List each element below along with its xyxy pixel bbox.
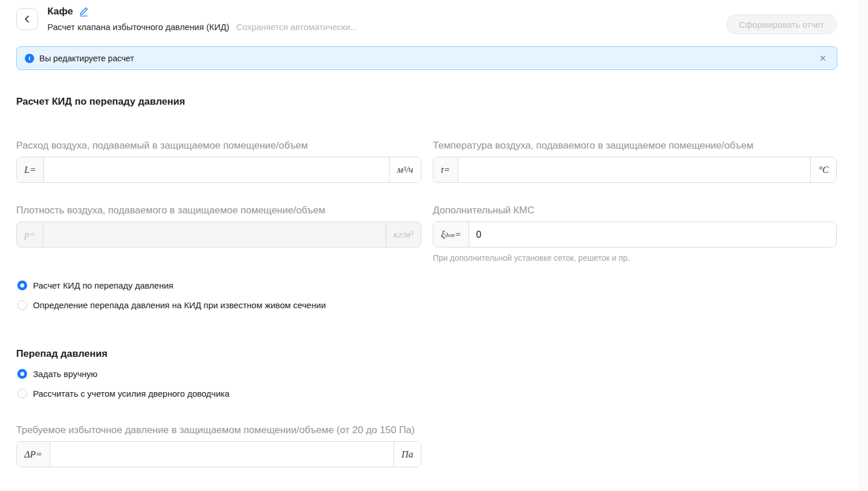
autosave-status: Сохраняется автоматически... [236,22,358,32]
required-pressure-prefix: ΔP= [17,442,50,467]
extra-kms-label: Дополнительный КМС [433,203,837,218]
air-density-input [43,222,385,247]
radio-selected-icon[interactable] [17,280,27,290]
back-button[interactable] [16,8,38,30]
air-density-prefix: p= [17,222,43,247]
page-title: Кафе [47,6,73,17]
required-pressure-input-group: ΔP= Па [16,441,421,467]
radio-unselected-icon[interactable] [17,389,27,398]
air-flow-label: Расход воздуха, подаваемый в защищаемое … [16,138,421,153]
edit-mode-banner: i Вы редактируете расчет ✕ [16,46,837,70]
info-circle-icon: i [25,54,34,63]
scrollbar[interactable] [859,0,868,491]
radio-label: Определение перепада давления на КИД при… [33,300,326,310]
close-icon[interactable]: ✕ [817,51,829,65]
air-flow-field: Расход воздуха, подаваемый в защищаемое … [16,138,421,183]
air-flow-input[interactable] [44,157,389,182]
extra-kms-input[interactable] [469,222,836,247]
calc-page: Кафе Расчет клапана избыточного давления… [0,0,868,491]
air-temp-prefix: t= [433,157,458,182]
air-density-unit: кг/м³ [385,222,421,247]
chevron-left-icon [23,14,32,24]
extra-kms-hint: При дополнительной установке сеток, реше… [433,253,837,263]
edit-title-button[interactable] [79,7,88,17]
required-pressure-input[interactable] [50,442,394,467]
subtitle-row: Расчет клапана избыточного давления (КИД… [47,22,357,32]
required-pressure-unit: Па [394,442,421,467]
radio-mode-door-closer[interactable]: Рассчитать с учетом усилия дверного дово… [17,389,229,398]
banner-text: Вы редактируете расчет [39,54,817,63]
radio-method-known-section[interactable]: Определение перепада давления на КИД при… [17,300,326,310]
air-temp-input[interactable] [458,157,811,182]
calc-section-heading: Расчет КИД по перепаду давления [16,96,185,108]
air-temp-input-group: t= °C [433,157,837,183]
air-temp-label: Температура воздуха, подаваемого в защищ… [433,138,837,153]
air-density-input-group: p= кг/м³ [16,221,421,248]
radio-method-pressure-drop[interactable]: Расчет КИД по перепаду давления [17,280,173,290]
radio-label: Расчет КИД по перепаду давления [33,280,173,290]
radio-mode-manual[interactable]: Задать вручную [17,369,98,379]
required-pressure-label: Требуемое избыточное давление в защищаем… [16,423,421,438]
radio-unselected-icon[interactable] [17,300,27,310]
pressure-section-heading: Перепад давления [16,348,107,360]
air-density-label: Плотность воздуха, подаваемого в защищае… [16,203,421,218]
required-pressure-field: Требуемое избыточное давление в защищаем… [16,423,421,467]
air-density-field: Плотность воздуха, подаваемого в защищае… [16,203,421,248]
radio-label: Задать вручную [33,369,98,379]
air-flow-prefix: L= [17,157,44,182]
title-row: Кафе [47,6,88,17]
generate-report-button[interactable]: Сформировать отчет [726,14,837,34]
extra-kms-prefix: ξдоп= [433,222,469,247]
air-flow-input-group: L= м³/ч [16,157,421,183]
extra-kms-input-group: ξдоп= [433,221,837,248]
air-flow-unit: м³/ч [389,157,421,182]
radio-label: Рассчитать с учетом усилия дверного дово… [33,389,229,398]
calc-type-subtitle: Расчет клапана избыточного давления (КИД… [47,22,229,32]
air-temp-unit: °C [810,157,836,182]
extra-kms-field: Дополнительный КМС ξдоп= При дополнитель… [433,203,837,263]
pencil-icon [79,7,88,17]
air-temp-field: Температура воздуха, подаваемого в защищ… [433,138,837,183]
radio-selected-icon[interactable] [17,369,27,379]
